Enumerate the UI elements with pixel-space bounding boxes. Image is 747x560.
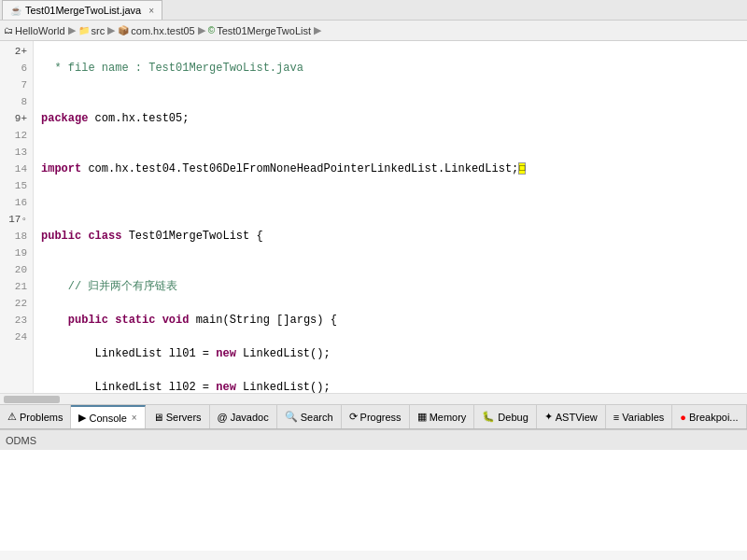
bottom-content-area — [0, 450, 747, 551]
breadcrumb-project-label: HelloWorld — [15, 25, 65, 36]
tab-servers[interactable]: 🖥 Servers — [146, 405, 210, 429]
ln-13: 13 — [4, 144, 27, 161]
tab-debug[interactable]: 🐛 Debug — [474, 405, 536, 429]
package-icon: 📦 — [118, 25, 129, 35]
javadoc-icon: @ — [218, 412, 228, 423]
progress-icon: ⟳ — [349, 411, 358, 423]
breadcrumb-project[interactable]: 🗂 HelloWorld — [4, 25, 65, 36]
scrollbar-thumb[interactable] — [4, 396, 60, 403]
problems-icon: ⚠ — [7, 411, 17, 423]
tab-label: Test01MergeTwoList.java — [25, 5, 141, 16]
ln-21: 21 — [4, 278, 27, 295]
astview-icon: ✦ — [544, 411, 553, 423]
status-text: ODMS — [6, 435, 36, 446]
ln-7: 7 — [4, 77, 27, 93]
line-19: LinkedList ll02 = new LinkedList(); — [41, 379, 747, 393]
tab-search[interactable]: 🔍 Search — [277, 405, 342, 429]
tab-progress-label: Progress — [360, 412, 402, 423]
sep2: ▶ — [107, 24, 115, 36]
ln-19: 19 — [4, 245, 27, 261]
class-icon: © — [208, 25, 215, 35]
tab-astview[interactable]: ✦ ASTView — [537, 405, 606, 429]
ln-18: 18 — [4, 228, 27, 245]
variables-icon: ≡ — [613, 412, 619, 423]
servers-icon: 🖥 — [153, 412, 163, 423]
ln-20: 20 — [4, 261, 27, 278]
tab-debug-label: Debug — [498, 412, 528, 423]
debug-icon: 🐛 — [482, 411, 495, 423]
ln-22: 22 — [4, 295, 27, 312]
breadcrumb-src[interactable]: 📁 src — [78, 25, 106, 36]
breadcrumb-class[interactable]: © Test01MergeTwoList — [208, 25, 311, 36]
tab-console-label: Console — [89, 413, 126, 424]
tab-close-button[interactable]: × — [148, 6, 154, 16]
ln-2: 2+ — [4, 43, 27, 60]
tab-servers-label: Servers — [166, 412, 202, 423]
ln-23: 23 — [4, 312, 27, 329]
tab-variables-label: Variables — [622, 412, 664, 423]
sep3: ▶ — [198, 24, 205, 36]
ln-8: 8 — [4, 93, 27, 110]
sep1: ▶ — [68, 24, 76, 36]
breadcrumb-src-label: src — [92, 25, 106, 36]
console-close-icon[interactable]: × — [132, 413, 137, 423]
search-icon: 🔍 — [285, 411, 298, 423]
console-icon: ▶ — [78, 412, 86, 424]
src-icon: 📁 — [78, 25, 90, 35]
project-icon: 🗂 — [4, 25, 13, 35]
line-2: * file name : Test01MergeTwoList.java — [41, 60, 747, 77]
editor-tab[interactable]: ☕ Test01MergeTwoList.java × — [2, 0, 162, 20]
line-18: LinkedList ll01 = new LinkedList(); — [41, 345, 747, 362]
tab-console[interactable]: ▶ Console × — [71, 405, 145, 429]
bottom-tab-bar: ⚠ Problems ▶ Console × 🖥 Servers @ Javad… — [0, 405, 747, 429]
code-editor[interactable]: 2+ 6 7 8 9+ 12 13 14 15 16 17◦ 18 19 20 … — [0, 41, 747, 405]
horizontal-scrollbar[interactable] — [0, 393, 747, 404]
code-text[interactable]: * file name : Test01MergeTwoList.java pa… — [34, 41, 747, 393]
ln-12: 12 — [4, 127, 27, 144]
tab-problems[interactable]: ⚠ Problems — [0, 405, 71, 429]
memory-icon: ▦ — [417, 411, 427, 423]
breadcrumb-package[interactable]: 📦 com.hx.test05 — [118, 25, 194, 36]
tab-javadoc[interactable]: @ Javadoc — [210, 405, 277, 429]
ln-16: 16 — [4, 194, 27, 211]
tab-problems-label: Problems — [20, 412, 63, 423]
tab-variables[interactable]: ≡ Variables — [606, 405, 672, 429]
line-7: package com.hx.test05; — [41, 110, 747, 127]
breadcrumb: 🗂 HelloWorld ▶ 📁 src ▶ 📦 com.hx.test05 ▶… — [0, 21, 747, 41]
breadcrumb-package-label: com.hx.test05 — [131, 25, 194, 36]
ln-24: 24 — [4, 329, 27, 345]
line-14: public class Test01MergeTwoList { — [41, 228, 747, 245]
ln-14: 14 — [4, 161, 27, 177]
tab-astview-label: ASTView — [556, 412, 598, 423]
tab-breakpoints-label: Breakpoi... — [689, 412, 739, 423]
sep4: ▶ — [314, 24, 321, 36]
ln-15: 15 — [4, 177, 27, 194]
tab-bar: ☕ Test01MergeTwoList.java × — [0, 0, 747, 21]
tab-progress[interactable]: ⟳ Progress — [342, 405, 410, 429]
ln-17: 17◦ — [4, 211, 27, 228]
tab-memory-label: Memory — [430, 412, 467, 423]
status-bar: ODMS — [0, 429, 747, 450]
line-16: // 归并两个有序链表 — [41, 278, 747, 295]
tab-search-label: Search — [301, 412, 333, 423]
java-file-icon: ☕ — [10, 6, 21, 16]
line-17: public static void main(String []args) { — [41, 312, 747, 329]
tab-memory[interactable]: ▦ Memory — [410, 405, 475, 429]
ln-6: 6 — [4, 60, 27, 77]
tab-breakpoints[interactable]: ● Breakpoi... — [672, 405, 746, 429]
breakpoints-icon: ● — [680, 412, 686, 423]
breadcrumb-class-label: Test01MergeTwoList — [217, 25, 311, 36]
tab-javadoc-label: Javadoc — [231, 412, 269, 423]
line-numbers: 2+ 6 7 8 9+ 12 13 14 15 16 17◦ 18 19 20 … — [0, 41, 34, 393]
line-9: import com.hx.test04.Test06DelFromNoneHe… — [41, 161, 747, 177]
ln-9: 9+ — [4, 110, 27, 127]
